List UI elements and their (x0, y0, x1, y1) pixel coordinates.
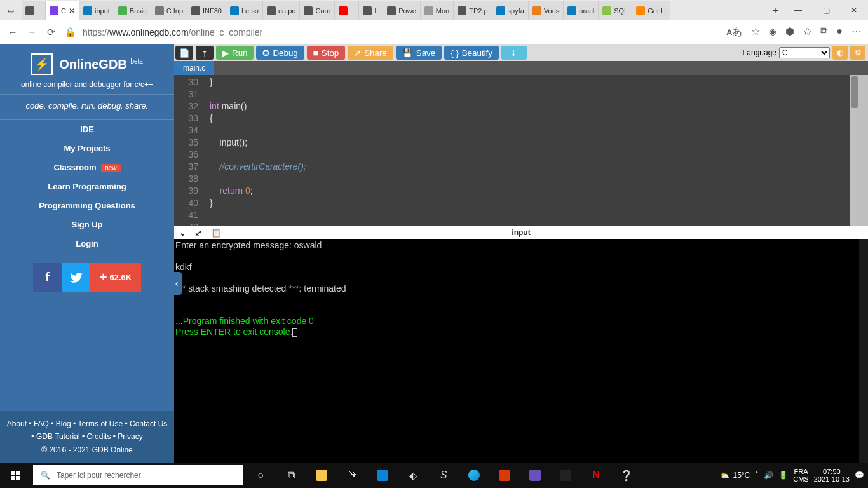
browser-tab[interactable]: Powe (383, 1, 421, 20)
code-line[interactable]: } (210, 197, 306, 209)
copy-console-icon[interactable]: 📋 (211, 228, 221, 238)
taskbar-dropbox[interactable]: ⬖ (398, 463, 428, 488)
browser-tab[interactable] (335, 1, 359, 20)
browser-tab[interactable]: Vous (529, 1, 564, 20)
code-line[interactable] (210, 221, 306, 226)
code-line[interactable]: } (210, 76, 306, 88)
code-line[interactable] (210, 125, 306, 137)
new-tab-button[interactable]: ＋ (766, 4, 784, 17)
code-line[interactable]: int main() (210, 100, 306, 112)
beautify-button[interactable]: { } Beautify (444, 46, 499, 60)
console-tab-label[interactable]: input (512, 228, 530, 237)
sidebar-item[interactable]: My Projects (0, 139, 174, 158)
browser-tab[interactable]: C Inp (151, 1, 187, 20)
taskbar-edge[interactable] (459, 463, 489, 488)
share-count-button[interactable]: +62.6K (90, 263, 141, 292)
code-line[interactable] (210, 88, 306, 100)
language-select[interactable]: C (779, 47, 830, 58)
browser-tab[interactable]: Cour (300, 1, 335, 20)
browser-tab[interactable]: ea.po (263, 1, 301, 20)
code-line[interactable] (210, 173, 306, 185)
window-minimize[interactable]: — (784, 6, 812, 15)
browser-tab[interactable]: TP2.p (454, 1, 492, 20)
browser-tab[interactable]: oracl (564, 1, 599, 20)
addr-action-icon[interactable]: ◈ (769, 25, 776, 39)
code-line[interactable] (210, 209, 306, 221)
addr-action-icon[interactable]: ☆ (751, 25, 760, 39)
window-close[interactable]: ✕ (840, 6, 868, 15)
stop-button[interactable]: ■ Stop (307, 46, 345, 60)
sidebar-item[interactable]: Learn Programming (0, 177, 174, 196)
browser-tab[interactable]: Mon (421, 1, 454, 20)
forward-button[interactable]: → (25, 27, 38, 37)
taskbar-cortana[interactable]: ○ (245, 463, 276, 488)
run-button[interactable]: ▶ Run (216, 46, 254, 60)
sidebar-item[interactable]: IDE (0, 119, 174, 139)
window-maximize[interactable]: ▢ (812, 6, 840, 15)
addr-action-icon[interactable]: ⋯ (851, 25, 862, 39)
facebook-button[interactable]: f (33, 263, 62, 292)
windows-search-box[interactable]: 🔍 Taper ici pour rechercher (33, 465, 243, 485)
footer-links[interactable]: About • FAQ • Blog • Terms of Use • Cont… (0, 411, 174, 463)
browser-tab[interactable] (22, 1, 46, 20)
code-line[interactable]: return 0; (210, 185, 306, 197)
close-icon[interactable]: ✕ (69, 6, 75, 15)
share-button[interactable]: ↗ Share (348, 46, 393, 60)
addr-action-icon[interactable]: ⬢ (785, 25, 794, 39)
code-line[interactable]: { (210, 112, 306, 125)
taskbar-netflix[interactable]: N (581, 463, 611, 488)
sidebar-item[interactable]: Classroom new (0, 158, 174, 177)
code-line[interactable]: //convertirCaractere(); (210, 161, 306, 173)
save-button[interactable]: 💾 Save (396, 46, 442, 60)
code-editor[interactable]: 30313233343536373839404142 }int main(){ … (174, 75, 868, 226)
taskbar-taskview[interactable]: ⧉ (276, 463, 306, 488)
browser-tab[interactable]: SQL (599, 1, 632, 20)
browser-tab[interactable]: C✕ (46, 1, 79, 20)
browser-tab[interactable]: Le so (226, 1, 263, 20)
debug-button[interactable]: ✪ Debug (256, 46, 304, 60)
addr-action-icon[interactable]: ⧉ (820, 25, 827, 39)
upload-button[interactable]: ⭱ (196, 46, 214, 60)
collapse-sidebar-handle[interactable]: ‹ (172, 272, 182, 295)
collapse-console-icon[interactable]: ⌄ (179, 228, 186, 238)
new-file-button[interactable]: 📄 (175, 46, 193, 60)
taskbar-weather[interactable]: ⛅ 15°C (720, 471, 750, 480)
back-button[interactable]: ← (6, 27, 19, 37)
expand-console-icon[interactable]: ⤢ (195, 228, 202, 238)
browser-tab[interactable]: spyfa (492, 1, 529, 20)
taskbar-help[interactable]: ❔ (611, 463, 642, 488)
tray-battery-icon[interactable]: 🔋 (778, 471, 788, 480)
taskbar-app-s[interactable]: S (428, 463, 459, 488)
addr-action-icon[interactable]: ● (836, 25, 843, 39)
addr-action-icon[interactable]: ᴀあ (726, 25, 742, 39)
notifications-icon[interactable]: 💬 (855, 471, 864, 480)
theme-button[interactable]: ◐ (832, 46, 848, 60)
code-line[interactable]: input(); (210, 137, 306, 149)
browser-tab[interactable]: Basic (114, 1, 151, 20)
start-button[interactable] (0, 463, 31, 488)
console-output[interactable]: Enter an encrypted message: oswald kdkf … (174, 239, 868, 463)
taskbar-store[interactable]: 🛍 (337, 463, 367, 488)
download-button[interactable]: ⭳ (501, 46, 527, 60)
code-line[interactable] (210, 149, 306, 161)
browser-tab[interactable]: INF30 (187, 1, 226, 20)
tray-volume-icon[interactable]: 🔊 (764, 471, 773, 480)
browser-tab[interactable]: Get H (632, 1, 670, 20)
sidebar-item[interactable]: Sign Up (0, 215, 174, 234)
sidebar-item[interactable]: Programming Questions (0, 196, 174, 215)
taskbar-datagrip[interactable] (520, 463, 550, 488)
reload-button[interactable]: ⟳ (44, 27, 57, 38)
taskbar-office[interactable] (489, 463, 520, 488)
taskbar-explorer[interactable] (306, 463, 337, 488)
editor-scrollbar[interactable] (850, 75, 859, 226)
taskbar-terminal[interactable] (550, 463, 581, 488)
taskbar-lang[interactable]: FRACMS (793, 468, 808, 483)
url-field[interactable]: https://www.onlinegdb.com/online_c_compi… (83, 27, 720, 37)
settings-button[interactable]: ⚙ (850, 46, 865, 60)
twitter-button[interactable] (62, 263, 90, 292)
tray-chevron[interactable]: ˄ (755, 471, 759, 480)
file-tab-main[interactable]: main.c (174, 61, 214, 75)
site-identity-icon[interactable]: 🔒 (64, 27, 76, 38)
taskbar-mail[interactable] (367, 463, 398, 488)
sidebar-item[interactable]: Login (0, 234, 174, 253)
